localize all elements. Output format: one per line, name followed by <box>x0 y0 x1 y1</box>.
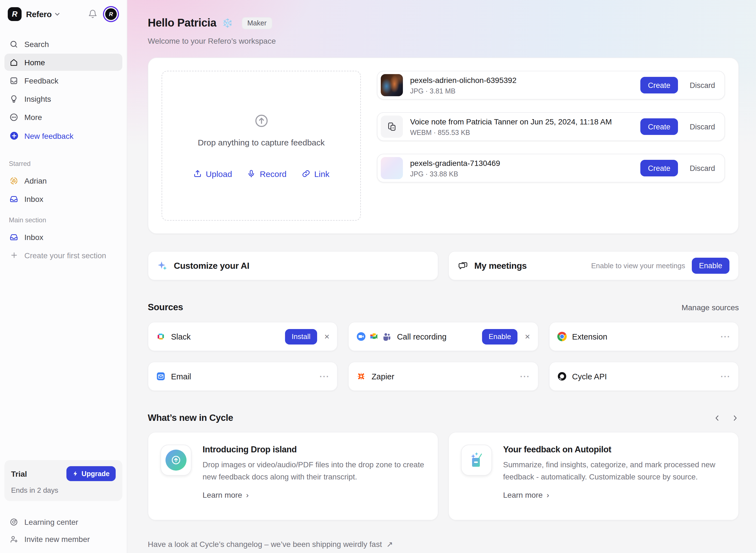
close-icon[interactable]: × <box>525 332 530 341</box>
news-body: Summarize, find insights, categorize, an… <box>503 459 726 483</box>
new-feedback-label: New feedback <box>24 131 73 140</box>
sidebar-item-label: Inbox <box>24 233 44 241</box>
adrian-doc-icon <box>9 176 19 185</box>
manage-sources-link[interactable]: Manage sources <box>682 303 739 312</box>
plus-circle-icon <box>9 131 19 141</box>
learn-more-link[interactable]: Learn more › <box>503 490 549 499</box>
news-card-autopilot: Your feedback on Autopilot Summarize, fi… <box>448 432 739 521</box>
chat-bubbles-icon <box>458 260 468 271</box>
source-card-cycle-api: Cycle API ··· <box>549 362 739 391</box>
lightbulb-icon <box>9 94 19 104</box>
upgrade-label: Upgrade <box>82 470 110 478</box>
more-options-icon[interactable]: ··· <box>520 372 530 381</box>
customize-ai-card[interactable]: Customize your AI <box>148 251 438 281</box>
more-options-icon[interactable]: ··· <box>720 372 731 381</box>
sidebar-item-label: More <box>24 112 42 122</box>
dropzone-text: Drop anything to capture feedback <box>198 138 325 147</box>
discard-button[interactable]: Discard <box>690 164 715 172</box>
news-card-drop-island: Introducing Drop island Drop images or v… <box>148 432 438 521</box>
carousel-next-icon[interactable] <box>731 414 739 422</box>
new-feedback-button[interactable]: New feedback <box>4 127 122 144</box>
source-name: Extension <box>572 332 607 341</box>
footer-item-label: Invite new member <box>24 535 90 543</box>
invite-member-button[interactable]: Invite new member <box>4 530 122 547</box>
upload-icon <box>193 169 202 178</box>
inbox-icon <box>9 194 19 204</box>
footer-item-label: Learning center <box>24 517 78 526</box>
record-button[interactable]: Record <box>247 169 287 178</box>
close-icon[interactable]: × <box>324 332 330 341</box>
sidebar-item-search[interactable]: Search <box>4 35 122 53</box>
learning-center-button[interactable]: Learning center <box>4 513 122 530</box>
sidebar-nav: Search Home Feedback Insights <box>4 35 122 145</box>
main-section-label: Main section <box>4 216 122 224</box>
email-icon <box>156 372 165 381</box>
create-button[interactable]: Create <box>640 118 678 135</box>
file-name: pexels-gradienta-7130469 <box>410 158 640 167</box>
chevron-right-icon: › <box>547 490 549 499</box>
record-label: Record <box>260 169 287 178</box>
home-icon <box>9 57 19 67</box>
link-icon <box>301 169 310 178</box>
file-thumbnail <box>381 157 403 179</box>
source-name: Cycle API <box>572 372 607 381</box>
drop-island-icon <box>160 445 192 476</box>
more-options-icon[interactable]: ··· <box>320 372 330 381</box>
create-section-button[interactable]: Create your first section <box>4 247 122 264</box>
upload-button[interactable]: Upload <box>193 169 232 178</box>
source-card-extension: Extension ··· <box>549 322 739 351</box>
notifications-bell-icon[interactable] <box>85 7 99 21</box>
arrow-up-circle-icon <box>254 113 269 128</box>
discard-button[interactable]: Discard <box>690 123 715 131</box>
install-slack-button[interactable]: Install <box>285 329 317 344</box>
learning-center-icon <box>9 517 19 527</box>
learn-more-link[interactable]: Learn more › <box>203 490 249 499</box>
dropzone[interactable]: Drop anything to capture feedback Upload <box>161 71 361 221</box>
sidebar: R Refero R Search Home <box>0 0 127 553</box>
create-button[interactable]: Create <box>640 160 678 176</box>
sidebar-item-adrian[interactable]: Adrian <box>4 172 122 189</box>
file-name: Voice note from Patricia Tanner on Jun 2… <box>410 117 640 126</box>
trial-ends-text: Ends in 2 days <box>11 486 116 494</box>
create-button[interactable]: Create <box>640 77 678 93</box>
enable-meetings-button[interactable]: Enable <box>692 258 730 274</box>
news-title: Your feedback on Autopilot <box>503 445 726 455</box>
user-avatar[interactable]: R <box>105 8 117 20</box>
sparkle-icon <box>157 260 168 271</box>
discard-button[interactable]: Discard <box>690 81 715 89</box>
carousel-prev-icon[interactable] <box>713 414 721 422</box>
sidebar-item-feedback[interactable]: Feedback <box>4 72 122 89</box>
zoom-icon <box>357 332 366 341</box>
source-name: Call recording <box>397 332 446 341</box>
enable-call-recording-button[interactable]: Enable <box>482 329 518 344</box>
source-name: Zapier <box>371 372 394 381</box>
trial-title: Trial <box>11 469 27 478</box>
chrome-icon <box>557 332 566 341</box>
user-plus-icon <box>9 534 19 544</box>
sidebar-item-main-inbox[interactable]: Inbox <box>4 228 122 245</box>
source-card-email: Email ··· <box>148 362 338 391</box>
sidebar-item-label: Feedback <box>24 76 58 85</box>
bolt-icon <box>73 471 79 477</box>
changelog-link[interactable]: Have a look at Cycle’s changelog – we’ve… <box>148 540 739 549</box>
source-card-zapier: Zapier ··· <box>348 362 539 391</box>
file-row: Voice note from Patricia Tanner on Jun 2… <box>377 112 725 141</box>
microphone-icon <box>247 169 256 178</box>
file-meta: JPG · 3.81 MB <box>410 87 640 95</box>
upgrade-button[interactable]: Upgrade <box>67 466 116 481</box>
sidebar-item-starred-inbox[interactable]: Inbox <box>4 190 122 208</box>
search-icon <box>9 39 19 49</box>
sidebar-item-label: Insights <box>24 94 51 103</box>
workspace-header[interactable]: R Refero R <box>4 0 122 28</box>
create-section-label: Create your first section <box>24 251 106 260</box>
my-meetings-title: My meetings <box>474 261 527 271</box>
trial-card: Trial Upgrade Ends in 2 days <box>4 460 122 501</box>
sidebar-item-more[interactable]: More <box>4 108 122 126</box>
welcome-subtitle: Welcome to your Refero’s workspace <box>148 36 739 45</box>
link-button[interactable]: Link <box>301 169 329 178</box>
changelog-text: Have a look at Cycle’s changelog – we’ve… <box>148 540 382 549</box>
source-name: Slack <box>171 332 191 341</box>
more-options-icon[interactable]: ··· <box>720 332 731 341</box>
sidebar-item-home[interactable]: Home <box>4 54 122 71</box>
sidebar-item-insights[interactable]: Insights <box>4 90 122 107</box>
